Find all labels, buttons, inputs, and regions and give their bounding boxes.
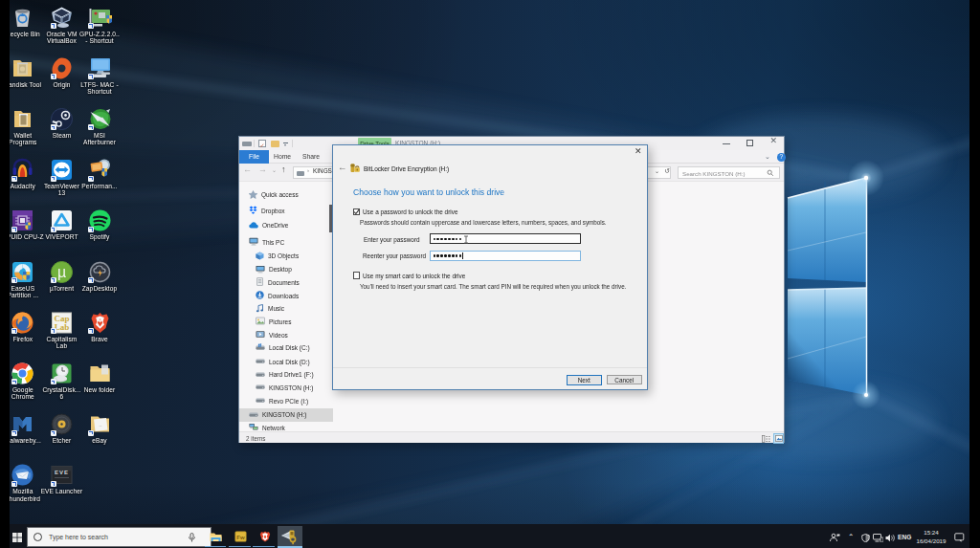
- svg-text:µ: µ: [57, 263, 66, 279]
- svg-text:Fw: Fw: [236, 534, 245, 539]
- svg-text:Lab: Lab: [55, 322, 70, 332]
- svg-text:EVE: EVE: [55, 470, 69, 475]
- svg-text:..: ..: [99, 422, 102, 427]
